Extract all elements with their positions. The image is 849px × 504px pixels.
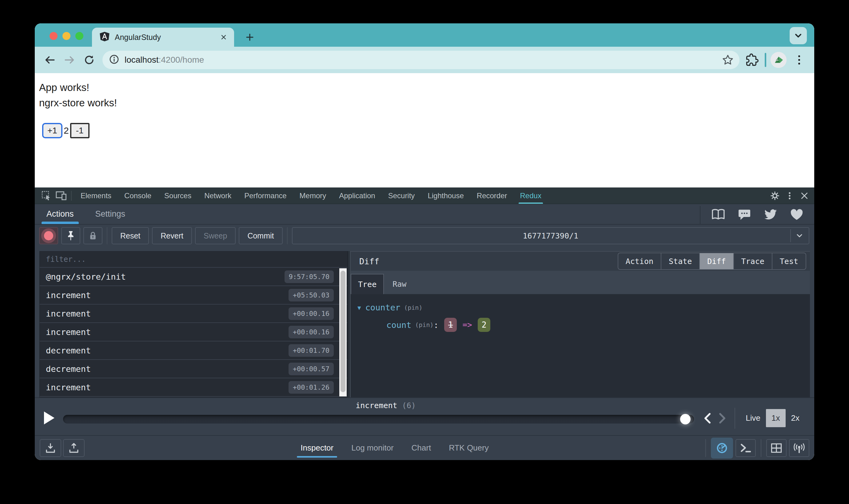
new-tab-button[interactable] (243, 30, 257, 44)
scrollbar-track[interactable] (339, 268, 347, 396)
monitor-tab[interactable]: Chart (410, 443, 433, 453)
minimize-window-button[interactable] (63, 32, 70, 40)
timeline-slider[interactable] (63, 415, 694, 424)
autoplay-timer-button[interactable] (711, 438, 733, 458)
diff-view-button[interactable]: State (661, 253, 699, 269)
devtools-tab[interactable]: Sources (158, 187, 198, 204)
fullscreen-window-button[interactable] (75, 32, 83, 40)
action-list-item[interactable]: increment +00:01.26 (40, 378, 347, 397)
devtools-tab[interactable]: Recorder (470, 187, 514, 204)
devtools-tab[interactable]: Application (332, 187, 381, 204)
forward-button[interactable] (61, 52, 78, 68)
increment-button[interactable]: +1 (42, 123, 63, 138)
raw-tab[interactable]: Raw (384, 274, 415, 294)
back-button[interactable] (41, 52, 58, 68)
remote-broadcast-button[interactable] (789, 439, 809, 457)
redux-main: @ngrx/store/init 9:57:05.70 increment +0… (35, 247, 814, 397)
diff-view-button[interactable]: Diff (699, 253, 733, 269)
action-time-badge: 9:57:05.70 (284, 270, 334, 283)
window-controls (50, 32, 83, 40)
devtools-tab[interactable]: Redux (514, 187, 548, 204)
action-list-item[interactable]: increment +00:00.16 (40, 305, 347, 323)
import-button[interactable] (40, 439, 61, 457)
play-button[interactable] (44, 412, 54, 425)
live-button[interactable]: Live (746, 413, 760, 423)
record-button[interactable] (39, 227, 58, 244)
slider-thumb[interactable] (680, 414, 691, 425)
action-list-item[interactable]: increment +05:50.03 (40, 286, 347, 305)
dispatcher-terminal-button[interactable] (735, 439, 756, 457)
panel-resize-divider[interactable] (348, 251, 351, 397)
diff-view-button[interactable]: Trace (733, 253, 772, 269)
devtools-tab[interactable]: Network (198, 187, 238, 204)
chevron-down-icon (795, 231, 804, 240)
filter-row (40, 251, 347, 268)
bookmark-star-icon[interactable] (721, 53, 735, 67)
docs-book-icon[interactable] (711, 209, 725, 221)
export-button[interactable] (63, 439, 85, 457)
ngrx-works-text: ngrx-store works! (39, 95, 814, 111)
session-select[interactable]: 1677177390/1 (292, 227, 809, 244)
leaf-pin-label[interactable]: (pin) (415, 321, 433, 328)
twitter-icon[interactable] (764, 209, 777, 222)
scrollbar-thumb[interactable] (341, 271, 345, 392)
redux-tab-actions[interactable]: Actions (45, 209, 76, 224)
monitor-tab[interactable]: RTK Query (448, 443, 490, 453)
pin-button[interactable] (61, 227, 80, 244)
decrement-button[interactable]: -1 (70, 123, 89, 138)
monitor-tab[interactable]: Log monitor (350, 443, 395, 453)
devtools-tab[interactable]: Console (118, 187, 158, 204)
tab-close-icon[interactable] (218, 32, 229, 43)
diff-view-button[interactable]: Test (772, 253, 805, 269)
site-info-icon[interactable] (108, 54, 120, 66)
tree-tab[interactable]: Tree (351, 274, 384, 294)
browser-tab[interactable]: AngularStudy (92, 28, 234, 47)
speed-1x-button[interactable]: 1x (766, 409, 785, 427)
devtools-tab[interactable]: Security (382, 187, 421, 204)
devtools-tab[interactable]: Elements (74, 187, 118, 204)
redux-tab-settings[interactable]: Settings (93, 209, 127, 224)
devtools-tab[interactable]: Memory (293, 187, 333, 204)
action-time-badge: +00:01.70 (289, 344, 334, 357)
new-value-badge: 2 (478, 318, 491, 332)
node-pin-label[interactable]: (pin) (404, 304, 422, 311)
reload-button[interactable] (81, 52, 98, 68)
tab-search-chevron-button[interactable] (790, 27, 807, 44)
session-id: 1677177390/1 (523, 231, 578, 240)
action-list-item[interactable]: @ngrx/store/init 9:57:05.70 (40, 268, 347, 286)
monitor-tab[interactable]: Inspector (299, 443, 335, 453)
action-list-item[interactable]: increment +00:00.16 (40, 323, 347, 341)
tree-expander-icon[interactable]: ▼ (358, 304, 361, 311)
layout-grid-button[interactable] (766, 439, 786, 457)
extensions-puzzle-icon[interactable] (744, 52, 760, 68)
devtools-tab[interactable]: Performance (238, 187, 293, 204)
close-window-button[interactable] (50, 32, 57, 40)
heart-icon[interactable] (790, 209, 803, 221)
step-forward-chevron[interactable] (715, 411, 730, 426)
diff-arrow: => (462, 320, 472, 329)
sweep-button[interactable]: Sweep (195, 227, 236, 244)
leaf-name: count (386, 320, 411, 330)
filter-input[interactable] (40, 251, 347, 268)
lock-button[interactable] (83, 227, 102, 244)
commit-button[interactable]: Commit (239, 227, 282, 244)
step-back-chevron[interactable] (700, 411, 715, 426)
device-toolbar-icon[interactable] (54, 187, 69, 204)
speed-2x-button[interactable]: 2x (786, 409, 805, 427)
browser-menu-kebab-icon[interactable] (791, 52, 808, 68)
devtools-settings-gear-icon[interactable] (767, 191, 782, 201)
devtools-tab[interactable]: Lighthouse (421, 187, 470, 204)
url-bar[interactable]: localhost:4200/home (102, 51, 740, 69)
feedback-chat-icon[interactable] (738, 209, 751, 221)
profile-avatar[interactable] (770, 52, 786, 68)
action-list-item[interactable]: decrement +00:01.70 (40, 341, 347, 360)
action-name: increment (46, 290, 91, 300)
revert-button[interactable]: Revert (152, 227, 192, 244)
devtools-close-icon[interactable] (797, 191, 812, 200)
action-list-item[interactable]: decrement +00:00.57 (40, 360, 347, 378)
inspect-element-icon[interactable] (39, 187, 54, 204)
browser-window: AngularStudy localhost:4200/home (35, 23, 814, 460)
diff-view-button[interactable]: Action (618, 253, 661, 269)
reset-button[interactable]: Reset (112, 227, 149, 244)
devtools-menu-kebab-icon[interactable] (782, 191, 797, 200)
